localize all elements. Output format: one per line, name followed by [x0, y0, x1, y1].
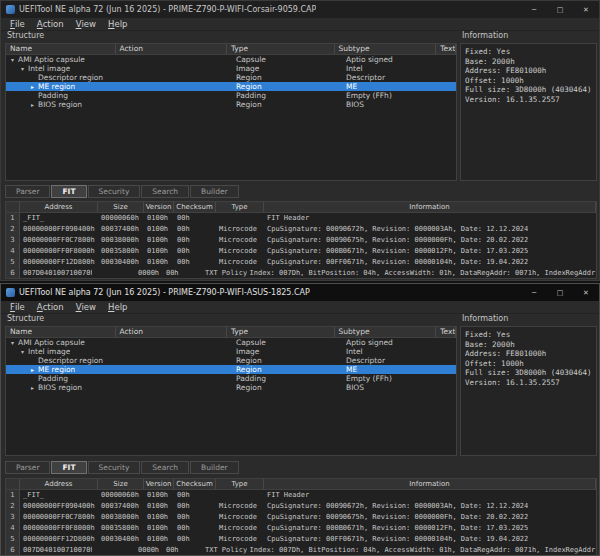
tab-search[interactable]: Search — [141, 461, 189, 474]
fit-row[interactable]: 1_FIT_00000060h0100h00hFIT Header — [6, 213, 596, 224]
tree-col-header-subtype[interactable]: Subtype — [335, 327, 437, 337]
menu-file[interactable]: File — [4, 301, 31, 313]
expand-icon[interactable]: ▸ — [29, 100, 36, 109]
minimize-button[interactable]: ─ — [521, 284, 547, 301]
titlebar[interactable]: UEFITool NE alpha 72 (Jun 16 2025) - PRI… — [1, 1, 599, 18]
tree-col-header-type[interactable]: Type — [227, 327, 335, 337]
menu-help[interactable]: Help — [102, 18, 133, 30]
fit-row[interactable]: 400000000FF0F8000h00035800h0100h00hMicro… — [6, 246, 596, 257]
menu-help[interactable]: Help — [102, 301, 133, 313]
fit-col-header-type[interactable]: Type — [216, 479, 264, 489]
tab-parser[interactable]: Parser — [5, 461, 50, 474]
fit-cell-checksum: 00h — [174, 512, 216, 523]
tree-col-header-text[interactable]: Text — [436, 327, 456, 337]
fit-col-header-information[interactable]: Information — [264, 202, 596, 212]
tree-name-cell: ▸BIOS region — [6, 383, 118, 392]
menu-action[interactable]: Action — [31, 18, 70, 30]
expand-icon[interactable]: ▸ — [29, 82, 36, 91]
tree-row[interactable]: ▸ME regionRegionME — [6, 365, 456, 374]
menu-file[interactable]: File — [4, 18, 31, 30]
fit-cell-info: CpuSignature: 000B0671h, Revision: 00000… — [264, 523, 596, 534]
close-button[interactable]: ✕ — [573, 1, 599, 18]
tree-row[interactable]: ▾Intel imageImageIntel — [6, 64, 456, 73]
tree-subtype-cell: Intel — [342, 64, 446, 73]
tree-row[interactable]: Descriptor regionRegionDescriptor — [6, 73, 456, 82]
tree-action-cell — [118, 383, 232, 392]
fit-row[interactable]: 200000000FF090400h00037400h0100h00hMicro… — [6, 501, 596, 512]
fit-col-header-checksum[interactable]: Checksum — [174, 479, 216, 489]
information-panel: Fixed: YesBase: 2000hAddress: FE801000hO… — [460, 43, 597, 181]
fit-cell-checksum: 00h — [174, 501, 216, 512]
minimize-button[interactable]: ─ — [521, 1, 547, 18]
tree-item-label: AMI Aptio capsule — [18, 55, 85, 64]
tree-col-header-action[interactable]: Action — [116, 327, 227, 337]
tree-row[interactable]: PaddingPaddingEmpty (FFh) — [6, 91, 456, 100]
tree-type-cell: Region — [232, 82, 342, 91]
maximize-button[interactable]: □ — [547, 1, 573, 18]
tree-col-header-text[interactable]: Text — [436, 44, 456, 54]
tab-security[interactable]: Security — [88, 461, 141, 474]
tab-parser[interactable]: Parser — [5, 185, 50, 198]
info-line: Fixed: Yes — [465, 330, 592, 340]
row-number: 2 — [6, 501, 20, 512]
fit-row[interactable]: 6007D040100710070h0000h00hTXT PolicyInde… — [6, 545, 596, 556]
fit-row[interactable]: 500000000FF12D800h00030400h0100h00hMicro… — [6, 257, 596, 268]
fit-body: 1_FIT_00000060h0100h00hFIT Header2000000… — [6, 213, 596, 279]
tree-row[interactable]: ▾AMI Aptio capsuleCapsuleAptio signed — [6, 55, 456, 64]
tree-row[interactable]: ▾Intel imageImageIntel — [6, 347, 456, 356]
tab-security[interactable]: Security — [88, 185, 141, 198]
fit-row[interactable]: 300000000FF0C7800h00038000h0100h00hMicro… — [6, 512, 596, 523]
fit-row[interactable]: 200000000FF090400h00037400h0100h00hMicro… — [6, 224, 596, 235]
menu-action[interactable]: Action — [31, 301, 70, 313]
tree-row[interactable]: ▸BIOS regionRegionBIOS — [6, 100, 456, 109]
tab-builder[interactable]: Builder — [190, 185, 239, 198]
tree-col-header-name[interactable]: Name — [6, 327, 116, 337]
fit-col-header-version[interactable]: Version — [144, 202, 174, 212]
tree-action-cell — [118, 338, 232, 347]
menu-view[interactable]: View — [70, 301, 102, 313]
collapse-icon[interactable]: ▾ — [9, 55, 16, 64]
row-number: 1 — [6, 213, 20, 224]
collapse-icon[interactable]: ▾ — [19, 64, 26, 73]
tree-action-cell — [118, 365, 232, 374]
fit-col-header-size[interactable]: Size — [98, 479, 144, 489]
tree-col-header-action[interactable]: Action — [116, 44, 227, 54]
tree-row[interactable]: ▸BIOS regionRegionBIOS — [6, 383, 456, 392]
fit-col-header-version[interactable]: Version — [144, 479, 174, 489]
row-number: 5 — [6, 534, 20, 545]
fit-col-header-size[interactable]: Size — [98, 202, 144, 212]
fit-cell-address: 00000000FF12D800h — [20, 257, 98, 268]
fit-row[interactable]: 300000000FF0C7800h00038000h0100h00hMicro… — [6, 235, 596, 246]
tree-col-header-type[interactable]: Type — [227, 44, 335, 54]
tree-col-header-name[interactable]: Name — [6, 44, 116, 54]
collapse-icon[interactable]: ▾ — [9, 338, 16, 347]
expand-icon[interactable]: ▸ — [29, 365, 36, 374]
close-button[interactable]: ✕ — [573, 284, 599, 301]
tree-col-header-subtype[interactable]: Subtype — [335, 44, 437, 54]
fit-row[interactable]: 1_FIT_00000060h0100h00hFIT Header — [6, 490, 596, 501]
maximize-button[interactable]: □ — [547, 284, 573, 301]
fit-col-header-address[interactable]: Address — [20, 202, 98, 212]
tree-row[interactable]: ▸ME regionRegionME — [6, 82, 456, 91]
fit-row[interactable]: 400000000FF0F8000h00035800h0100h00hMicro… — [6, 523, 596, 534]
fit-col-header-address[interactable]: Address — [20, 479, 98, 489]
tab-search[interactable]: Search — [141, 185, 189, 198]
tab-fit[interactable]: FIT — [51, 461, 86, 474]
expand-icon[interactable]: ▸ — [29, 383, 36, 392]
tab-builder[interactable]: Builder — [190, 461, 239, 474]
tree-row[interactable]: Descriptor regionRegionDescriptor — [6, 356, 456, 365]
fit-row[interactable]: 6007D040100710070h0000h00hTXT PolicyInde… — [6, 268, 596, 279]
menu-view[interactable]: View — [70, 18, 102, 30]
tree-row[interactable]: PaddingPaddingEmpty (FFh) — [6, 374, 456, 383]
tree-header: NameActionTypeSubtypeText — [6, 327, 456, 338]
titlebar[interactable]: UEFITool NE alpha 72 (Jun 16 2025) - PRI… — [1, 284, 599, 301]
fit-cell-type: TXT Policy — [202, 545, 247, 556]
collapse-icon[interactable]: ▾ — [19, 347, 26, 356]
fit-col-header-type[interactable]: Type — [216, 202, 264, 212]
fit-col-header-information[interactable]: Information — [264, 479, 596, 489]
tab-fit[interactable]: FIT — [51, 185, 86, 198]
info-line: Address: FE801000h — [465, 66, 592, 76]
tree-row[interactable]: ▾AMI Aptio capsuleCapsuleAptio signed — [6, 338, 456, 347]
fit-col-header-checksum[interactable]: Checksum — [174, 202, 216, 212]
fit-row[interactable]: 500000000FF12D800h00030400h0100h00hMicro… — [6, 534, 596, 545]
